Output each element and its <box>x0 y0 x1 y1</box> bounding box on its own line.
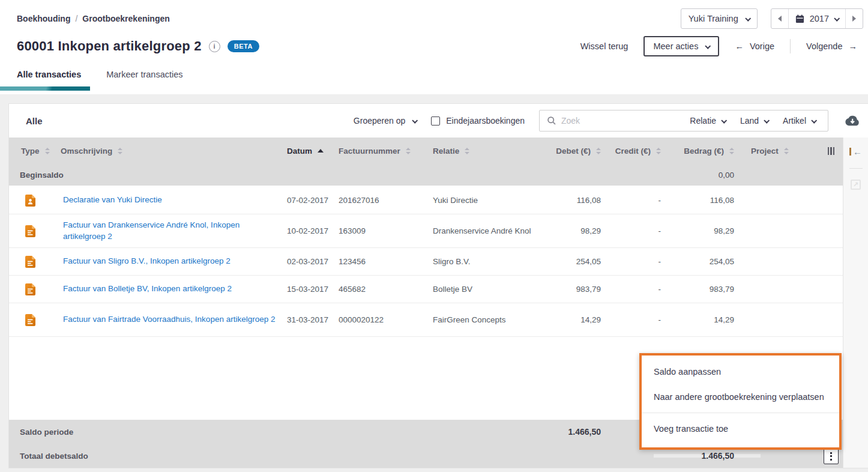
bedrag-cell: 983,79 <box>662 285 735 294</box>
sort-ascending-icon <box>318 149 324 153</box>
credit-cell: - <box>602 196 662 205</box>
credit-cell: - <box>602 257 662 266</box>
land-filter-label: Land <box>740 116 759 126</box>
column-header-omschrijving[interactable]: Omschrijving <box>51 147 278 156</box>
collapse-panel-icon[interactable]: ← <box>849 147 862 156</box>
factuurnummer-cell: 163009 <box>330 226 424 235</box>
volgende-button[interactable]: Volgende → <box>806 41 857 51</box>
factuurnummer-cell: 201627016 <box>330 196 424 205</box>
column-header-debet[interactable]: Debet (€) <box>542 147 602 156</box>
left-arrow-icon: ← <box>735 41 744 51</box>
info-icon[interactable]: i <box>209 41 220 52</box>
artikel-filter-label: Artikel <box>783 116 806 126</box>
relatie-cell: Drankenservice André Knol <box>424 226 542 235</box>
chevron-down-icon <box>811 117 817 123</box>
datum-cell: 10-02-2017 <box>278 226 330 235</box>
search-input[interactable] <box>561 116 680 126</box>
debet-cell: 14,29 <box>542 315 602 324</box>
beginsaldo-row: Beginsaldo 0,00 <box>9 164 843 187</box>
declaration-document-icon <box>25 195 35 207</box>
column-settings-icon[interactable] <box>807 147 843 155</box>
meer-acties-button[interactable]: Meer acties <box>643 36 719 56</box>
table-row[interactable]: Factuur van Sligro B.V., Inkopen artikel… <box>9 248 843 276</box>
column-header-factuurnummer[interactable]: Factuurnummer <box>330 147 424 156</box>
column-header-credit[interactable]: Credit (€) <box>602 147 662 156</box>
export-download-icon[interactable] <box>843 114 861 128</box>
column-header-bedrag[interactable]: Bedrag (€) <box>662 147 735 156</box>
transaction-link[interactable]: Factuur van Sligro B.V., Inkopen artikel… <box>51 253 278 270</box>
vorige-button[interactable]: ← Vorige <box>735 41 774 51</box>
land-filter-dropdown[interactable]: Land <box>735 116 773 126</box>
debet-cell: 983,79 <box>542 285 602 294</box>
context-menu: Saldo aanpassen Naar andere grootboekrek… <box>639 353 842 450</box>
transaction-link[interactable]: Declaratie van Yuki Directie <box>51 192 278 208</box>
breadcrumb-item-grootboekrekeningen[interactable]: Grootboekrekeningen <box>82 14 169 23</box>
sort-icon <box>729 148 734 154</box>
invoice-document-icon <box>25 256 35 268</box>
column-header-type[interactable]: Type <box>9 147 51 156</box>
relatie-cell: Yuki Directie <box>424 196 542 205</box>
invoice-document-icon <box>25 314 35 326</box>
table-row[interactable]: Factuur van Fairtrade Voorraadhuis, Inko… <box>9 303 843 337</box>
external-link-icon[interactable]: ↗ <box>851 180 861 190</box>
transaction-link[interactable]: Factuur van Bolletje BV, Inkopen artikel… <box>51 281 278 297</box>
tab-bar: Alle transacties Markeer transacties <box>0 70 868 79</box>
datum-cell: 15-03-2017 <box>278 285 330 294</box>
bedrag-cell: 14,29 <box>662 315 735 324</box>
sort-icon <box>784 148 789 154</box>
volgende-label: Volgende <box>806 41 842 51</box>
column-header-project[interactable]: Project <box>735 147 807 156</box>
relatie-cell: Sligro B.V. <box>424 257 542 266</box>
credit-cell: - <box>602 315 662 324</box>
groeperen-op-label: Groeperen op <box>354 116 405 126</box>
factuurnummer-cell: 123456 <box>330 257 424 266</box>
year-dropdown[interactable]: 2017 <box>788 9 845 28</box>
debet-cell: 116,08 <box>542 196 602 205</box>
relatie-filter-label: Relatie <box>690 116 716 126</box>
transaction-link[interactable]: Factuur van Drankenservice André Knol, I… <box>51 217 278 245</box>
eindejaarsboekingen-label: Eindejaarsboekingen <box>446 116 525 126</box>
page-title: 60001 Inkopen artikelgroep 2 <box>17 38 202 54</box>
factuurnummer-cell: 465682 <box>330 285 424 294</box>
administration-selector[interactable]: Yuki Training <box>681 8 758 29</box>
eindejaarsboekingen-checkbox[interactable] <box>431 116 440 126</box>
menu-item-verplaatsen[interactable]: Naar andere grootboekrekening verplaatse… <box>642 384 839 410</box>
sort-icon <box>656 148 661 154</box>
menu-item-saldo-aanpassen[interactable]: Saldo aanpassen <box>642 359 839 384</box>
tab-markeer-transacties[interactable]: Markeer transacties <box>106 70 182 79</box>
table-row[interactable]: Factuur van Bolletje BV, Inkopen artikel… <box>9 276 843 303</box>
right-arrow-icon: → <box>849 41 858 51</box>
totaal-debetsaldo-label: Totaal debetsaldo <box>9 452 278 461</box>
datum-cell: 07-02-2017 <box>278 196 330 205</box>
relatie-cell: FairGreen Concepts <box>424 315 542 324</box>
totaal-debetsaldo-value: 1.466,50 <box>702 451 735 461</box>
bedrag-cell: 98,29 <box>662 226 735 235</box>
sort-icon <box>45 148 50 154</box>
year-selector: 2017 <box>771 8 863 29</box>
groeperen-op-dropdown[interactable]: Groeperen op <box>354 116 417 126</box>
column-header-datum[interactable]: Datum <box>278 147 330 156</box>
beginsaldo-label: Beginsaldo <box>9 171 278 180</box>
credit-cell: - <box>602 226 662 235</box>
wissel-terug-button[interactable]: Wissel terug <box>580 41 628 51</box>
previous-year-button[interactable] <box>771 9 788 28</box>
active-tab-indicator <box>0 86 90 91</box>
next-year-button[interactable] <box>845 9 863 28</box>
relatie-filter-dropdown[interactable]: Relatie <box>685 116 731 126</box>
breadcrumb: Boekhouding / Grootboekrekeningen <box>17 14 170 23</box>
tab-alle-transacties[interactable]: Alle transacties <box>17 70 81 79</box>
credit-cell: - <box>602 285 662 294</box>
menu-item-voeg-transactie-toe[interactable]: Voeg transactie toe <box>642 416 839 441</box>
divider <box>790 39 791 53</box>
chevron-down-icon <box>721 117 727 123</box>
debet-cell: 98,29 <box>542 226 602 235</box>
row-actions-kebab-button[interactable] <box>824 448 839 464</box>
artikel-filter-dropdown[interactable]: Artikel <box>778 116 821 126</box>
table-row[interactable]: Factuur van Drankenservice André Knol, I… <box>9 214 843 248</box>
breadcrumb-item-boekhouding[interactable]: Boekhouding <box>17 14 70 23</box>
column-header-relatie[interactable]: Relatie <box>424 147 542 156</box>
table-row[interactable]: Declaratie van Yuki Directie 07-02-2017 … <box>9 187 843 214</box>
side-panel-strip: ← ↗ <box>843 138 868 468</box>
transaction-link[interactable]: Factuur van Fairtrade Voorraadhuis, Inko… <box>51 312 278 328</box>
sort-icon <box>118 148 122 154</box>
